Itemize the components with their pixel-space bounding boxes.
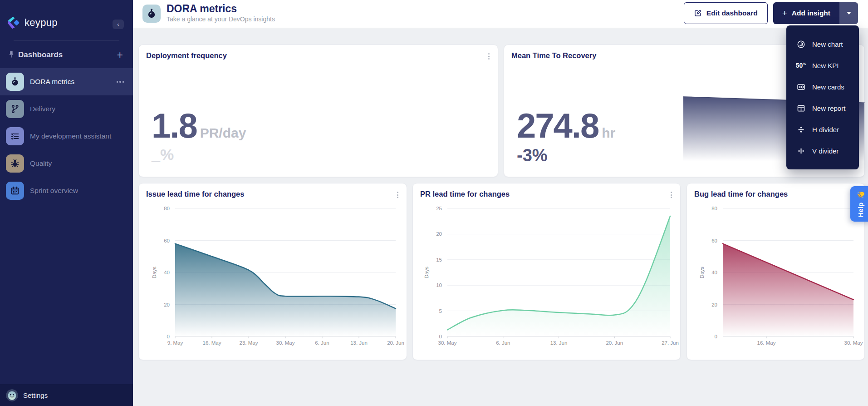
menu-item-v-divider[interactable]: V divider [786, 145, 859, 156]
svg-text:13. Jun: 13. Jun [550, 340, 568, 346]
edit-dashboard-button[interactable]: Edit dashboard [684, 2, 768, 24]
svg-text:15: 15 [436, 257, 442, 262]
menu-item-label: H divider [812, 126, 839, 134]
help-label: Help [857, 203, 864, 218]
svg-text:30. May: 30. May [438, 340, 457, 346]
svg-text:25: 25 [436, 206, 442, 211]
card-options-button[interactable] [668, 190, 675, 200]
add-dashboard-button[interactable]: + [117, 49, 123, 61]
sidebar-item-dora-metrics[interactable]: DORA metrics [0, 68, 133, 95]
menu-item-new-report[interactable]: New report [786, 103, 859, 114]
dashboard-content: Deployment frequency 1.8 PR/day _% Mean … [133, 28, 868, 406]
logo[interactable]: keypup [6, 16, 58, 30]
menu-item-new-kpi[interactable]: 50% New KPI [786, 60, 859, 71]
svg-text:16. May: 16. May [757, 340, 776, 346]
sidebar-item-delivery[interactable]: Delivery [0, 95, 133, 123]
donut-chart-icon [795, 39, 807, 50]
app-window: keypup ‹ Dashboards + [0, 0, 868, 406]
git-branch-icon [6, 100, 24, 118]
svg-text:20. Jun: 20. Jun [606, 340, 623, 346]
waving-hand-icon: 👋 [857, 191, 865, 199]
add-insight-dropdown-toggle[interactable] [839, 2, 858, 24]
menu-item-label: New cards [812, 83, 844, 91]
card-title: Issue lead time for changes [146, 190, 244, 198]
svg-text:20. Jun: 20. Jun [387, 340, 404, 346]
svg-text:0: 0 [167, 334, 170, 339]
calendar-icon [6, 182, 24, 200]
edit-dashboard-label: Edit dashboard [706, 9, 758, 17]
svg-text:10: 10 [436, 282, 442, 288]
edit-pencil-icon [694, 9, 702, 17]
menu-item-new-cards[interactable]: New cards [786, 81, 859, 92]
svg-text:Days: Days [699, 267, 705, 278]
dashboard-options-button[interactable] [117, 81, 124, 83]
svg-text:Days: Days [424, 267, 429, 278]
add-insight-label: Add insight [792, 9, 830, 17]
svg-text:13. Jun: 13. Jun [350, 340, 368, 346]
kpi-value: 274.8 [517, 109, 598, 143]
sidebar-item-my-development-assistant[interactable]: My development assistant [0, 123, 133, 150]
sidebar-item-label: Delivery [30, 105, 55, 113]
svg-text:16. May: 16. May [203, 340, 221, 346]
svg-text:6. Jun: 6. Jun [496, 340, 510, 346]
svg-text:0: 0 [439, 334, 442, 339]
menu-item-h-divider[interactable]: H divider [786, 124, 859, 135]
card-title: Mean Time To Recovery [511, 51, 596, 60]
dashboards-section-header: Dashboards + [0, 49, 133, 63]
page-title: DORA metrics [167, 3, 275, 15]
kpi-unit: PR/day [200, 125, 246, 141]
sidebar-item-label: Sprint overview [30, 187, 78, 195]
bug-icon [6, 154, 24, 173]
dashboard-stopwatch-icon [142, 5, 161, 23]
sidebar-item-quality[interactable]: Quality [0, 150, 133, 177]
stopwatch-icon [6, 73, 24, 91]
dashboards-section-label: Dashboards [18, 50, 63, 59]
chart-card-bug-lead-time: Bug lead time for changes 02040608016. M… [687, 183, 865, 360]
v-divider-icon [795, 145, 807, 156]
chevron-down-icon [847, 12, 851, 15]
sidebar: keypup ‹ Dashboards + [0, 0, 133, 406]
help-tab-button[interactable]: Help 👋 [850, 186, 868, 222]
chart-card-issue-lead-time: Issue lead time for changes 0204060809. … [138, 183, 407, 360]
cards-icon [795, 81, 807, 92]
card-title: Bug lead time for changes [694, 190, 788, 198]
sidebar-item-label: DORA metrics [30, 78, 74, 86]
svg-text:30. May: 30. May [844, 340, 863, 346]
pr-lead-time-area-chart: 051015202530. May6. Jun13. Jun20. Jun27.… [413, 183, 681, 361]
kpi-delta: _% [152, 147, 174, 162]
main-area: DORA metrics Take a glance at your DevOp… [133, 0, 868, 406]
svg-text:80: 80 [164, 206, 170, 211]
fifty-percent-icon: 50% [795, 60, 807, 71]
svg-text:20: 20 [711, 302, 717, 307]
svg-text:20: 20 [436, 231, 442, 237]
kpi-unit: hr [602, 125, 615, 141]
sidebar-item-sprint-overview[interactable]: Sprint overview [0, 177, 133, 204]
svg-text:23. May: 23. May [240, 340, 258, 346]
menu-item-label: New KPI [812, 62, 839, 69]
svg-text:20: 20 [164, 302, 170, 307]
sidebar-item-label: Quality [30, 159, 52, 168]
svg-text:40: 40 [164, 270, 170, 275]
keypup-logo-icon [6, 16, 20, 30]
card-options-button[interactable] [485, 51, 492, 61]
menu-item-label: V divider [812, 147, 839, 155]
page-subtitle: Take a glance at your DevOps insights [167, 15, 275, 23]
settings-label: Settings [23, 391, 48, 399]
issue-lead-time-area-chart: 0204060809. May16. May23. May30. May6. J… [139, 183, 407, 361]
settings-button[interactable]: Settings [0, 384, 133, 406]
card-options-button[interactable] [394, 190, 401, 200]
bug-lead-time-area-chart: 02040608016. May30. MayDays [687, 183, 865, 361]
svg-text:40: 40 [711, 270, 717, 275]
add-insight-button[interactable]: + Add insight [773, 2, 839, 24]
report-table-icon [795, 103, 807, 114]
card-title: PR lead time for changes [420, 190, 510, 198]
menu-item-new-chart[interactable]: New chart [786, 39, 859, 50]
menu-item-label: New report [812, 104, 845, 112]
sidebar-collapse-button[interactable]: ‹ [113, 20, 124, 29]
pin-icon [7, 50, 15, 59]
menu-item-label: New chart [812, 40, 843, 48]
logo-text: keypup [25, 17, 58, 29]
chart-card-pr-lead-time: PR lead time for changes 051015202530. M… [412, 183, 681, 360]
h-divider-icon [795, 124, 807, 135]
kpi-delta: -3% [517, 147, 548, 164]
